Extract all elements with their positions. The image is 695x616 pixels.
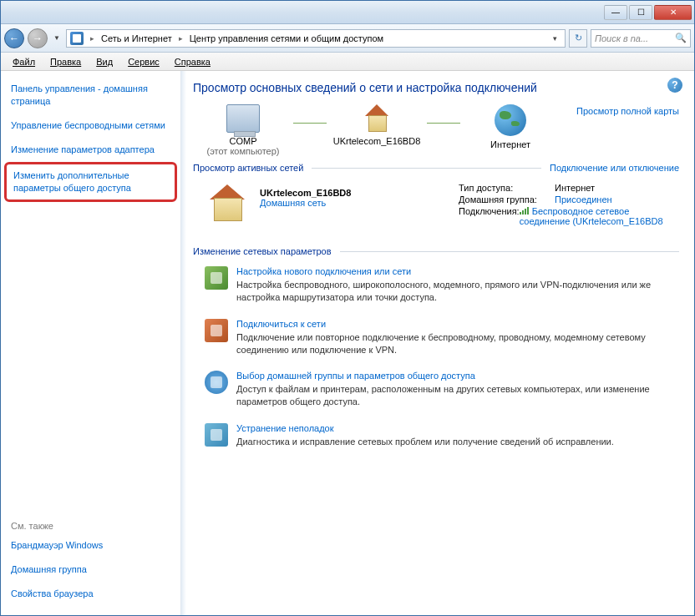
menubar: Файл Правка Вид Сервис Справка xyxy=(1,53,694,71)
map-connector xyxy=(427,113,460,133)
map-node-computer-label: COMP xyxy=(193,136,293,146)
refresh-icon: ↻ xyxy=(575,33,582,43)
prop-connections-value[interactable]: Беспроводное сетевое соединение (UKrtele… xyxy=(520,206,679,226)
address-dropdown-icon[interactable]: ▾ xyxy=(548,34,561,43)
signal-icon xyxy=(520,206,530,215)
map-connector xyxy=(293,113,327,133)
section-active-label: Просмотр активных сетей xyxy=(193,163,303,173)
task-troubleshoot: Устранение неполадок Диагностика и испра… xyxy=(193,418,679,458)
menu-file[interactable]: Файл xyxy=(6,55,42,68)
map-node-internet[interactable]: Интернет xyxy=(460,104,561,149)
titlebar: — ☐ ✕ xyxy=(1,1,694,24)
menu-view[interactable]: Вид xyxy=(89,55,119,68)
content: ? Просмотр основных сведений о сети и на… xyxy=(180,71,694,615)
sidebar-browser-options[interactable]: Свойства браузера xyxy=(11,588,170,600)
task-connect-network: Подключиться к сети Подключение или повт… xyxy=(193,314,679,366)
search-icon: 🔍 xyxy=(675,33,687,43)
maximize-button[interactable]: ☐ xyxy=(629,5,652,20)
section-active-networks: Просмотр активных сетей Подключение или … xyxy=(193,163,679,173)
task-new-connection-desc: Настройка беспроводного, широкополосного… xyxy=(236,279,679,304)
content-fade xyxy=(181,71,186,615)
breadcrumb-sep-icon: ▸ xyxy=(90,34,94,43)
task-homegroup-desc: Доступ к файлам и принтерам, расположенн… xyxy=(236,383,679,408)
sidebar-control-panel-home[interactable]: Панель управления - домашняя страница xyxy=(11,83,170,108)
back-button[interactable]: ← xyxy=(4,28,24,48)
network-properties: Тип доступа: Интернет Домашняя группа: П… xyxy=(459,183,679,228)
sidebar-manage-wireless[interactable]: Управление беспроводными сетями xyxy=(11,119,170,132)
search-input[interactable]: Поиск в па... 🔍 xyxy=(591,29,691,48)
see-also-section: См. также Брандмауэр Windows Домашняя гр… xyxy=(11,511,170,603)
network-identity: UKrtelecom_E16BD8 Домашняя сеть xyxy=(205,183,455,228)
task-troubleshoot-desc: Диагностика и исправление сетевых пробле… xyxy=(236,436,614,448)
sidebar-firewall[interactable]: Брандмауэр Windows xyxy=(11,539,170,552)
active-network-panel: UKrtelecom_E16BD8 Домашняя сеть Тип дост… xyxy=(193,178,679,240)
prop-access-label: Тип доступа: xyxy=(459,183,555,193)
prop-access-value: Интернет xyxy=(555,183,595,193)
homegroup-icon xyxy=(205,371,228,394)
breadcrumb-level1[interactable]: Сеть и Интернет xyxy=(101,33,172,43)
section-change-settings: Изменение сетевых параметров xyxy=(193,246,679,256)
globe-icon xyxy=(495,104,526,136)
task-connect-network-desc: Подключение или повторное подключение к … xyxy=(236,331,679,356)
see-also-label: См. также xyxy=(11,521,170,531)
house-icon xyxy=(206,184,248,221)
map-node-router[interactable]: UKrtelecom_E16BD8 xyxy=(327,104,427,146)
refresh-button[interactable]: ↻ xyxy=(569,29,587,48)
view-full-map-link[interactable]: Просмотр полной карты xyxy=(576,106,679,116)
network-map: COMP (этот компьютер) UKrtelecom_E16BD8 … xyxy=(193,104,679,156)
sidebar-homegroup[interactable]: Домашняя группа xyxy=(11,563,170,576)
prop-homegroup-label: Домашняя группа: xyxy=(459,194,555,204)
prop-homegroup-value[interactable]: Присоединен xyxy=(555,194,612,204)
sidebar: Панель управления - домашняя страница Уп… xyxy=(1,71,180,615)
minimize-button[interactable]: — xyxy=(604,5,627,20)
sidebar-adapter-settings[interactable]: Изменение параметров адаптера xyxy=(11,144,170,156)
troubleshoot-icon xyxy=(205,423,228,447)
close-button[interactable]: ✕ xyxy=(654,5,692,20)
search-placeholder: Поиск в па... xyxy=(595,33,648,43)
address-bar[interactable]: ▸ Сеть и Интернет ▸ Центр управления сет… xyxy=(66,29,566,48)
prop-connections-label: Подключения: xyxy=(459,206,520,226)
breadcrumb-level2[interactable]: Центр управления сетями и общим доступом xyxy=(190,33,383,43)
section-rule xyxy=(312,168,541,169)
body: Панель управления - домашняя страница Уп… xyxy=(1,71,694,615)
control-panel-icon xyxy=(70,32,84,45)
section-change-label: Изменение сетевых параметров xyxy=(193,246,332,256)
connect-disconnect-link[interactable]: Подключение или отключение xyxy=(550,163,679,173)
connect-network-icon xyxy=(205,319,228,342)
map-node-internet-label: Интернет xyxy=(460,139,561,149)
menu-help[interactable]: Справка xyxy=(168,55,217,68)
task-homegroup-link[interactable]: Выбор домашней группы и параметров общег… xyxy=(236,371,679,381)
navbar: ← → ▼ ▸ Сеть и Интернет ▸ Центр управлен… xyxy=(1,24,694,53)
section-rule xyxy=(340,251,679,252)
task-homegroup-sharing: Выбор домашней группы и параметров общег… xyxy=(193,366,679,418)
page-title: Просмотр основных сведений о сети и наст… xyxy=(193,81,679,94)
menu-tools[interactable]: Сервис xyxy=(121,55,166,68)
network-type-link[interactable]: Домашняя сеть xyxy=(260,198,351,208)
nav-history-dropdown[interactable]: ▼ xyxy=(51,28,63,48)
map-node-computer[interactable]: COMP (этот компьютер) xyxy=(193,104,293,156)
task-new-connection: Настройка нового подключения или сети На… xyxy=(193,261,679,314)
help-icon[interactable]: ? xyxy=(667,78,682,93)
task-connect-network-link[interactable]: Подключиться к сети xyxy=(236,319,679,329)
new-connection-icon xyxy=(205,266,228,290)
forward-button[interactable]: → xyxy=(28,28,48,48)
task-troubleshoot-link[interactable]: Устранение неполадок xyxy=(236,423,614,433)
breadcrumb-sep-icon: ▸ xyxy=(179,34,183,43)
house-icon xyxy=(360,104,393,133)
task-new-connection-link[interactable]: Настройка нового подключения или сети xyxy=(236,266,679,276)
network-name: UKrtelecom_E16BD8 xyxy=(260,188,351,198)
menu-edit[interactable]: Правка xyxy=(43,55,88,68)
sidebar-advanced-sharing[interactable]: Изменить дополнительные параметры общего… xyxy=(4,162,177,202)
map-node-computer-sublabel: (этот компьютер) xyxy=(193,146,293,156)
window: — ☐ ✕ ← → ▼ ▸ Сеть и Интернет ▸ Центр уп… xyxy=(0,0,695,616)
computer-icon xyxy=(226,104,260,133)
map-node-router-label: UKrtelecom_E16BD8 xyxy=(327,136,427,146)
